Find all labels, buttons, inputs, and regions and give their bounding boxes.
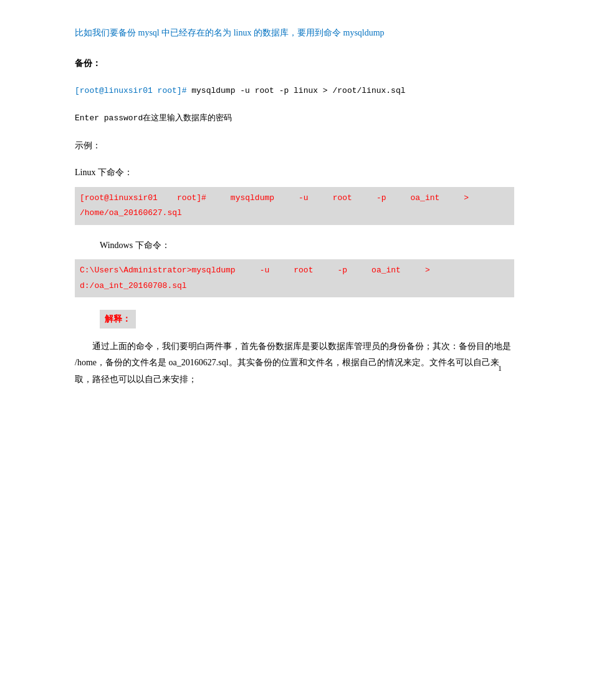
intro-text: 比如我们要备份 mysql 中已经存在的名为 linux 的数据库，要用到命令 … xyxy=(75,25,514,41)
command-block-1: [root@linuxsir01 root]# mysqldump -u roo… xyxy=(75,84,514,98)
windows-label: Windows 下命令： xyxy=(100,237,514,253)
command-text-1: mysqldump -u root -p linux > /root/linux… xyxy=(186,86,405,95)
command-prompt-1: [root@linuxsir01 root]# xyxy=(75,86,186,95)
windows-command-block: C:\Users\Administrator>mysqldump -u root… xyxy=(75,259,514,297)
page-number: 1 xyxy=(498,362,502,376)
example-label: 示例： xyxy=(75,138,514,153)
enter-password-text: Enter password在这里输入数据库的密码 xyxy=(75,111,514,125)
backup-label: 备份： xyxy=(75,55,514,71)
explanation-label: 解释： xyxy=(100,310,136,328)
linux-command-block: [root@linuxsir01 root]# mysqldump -u roo… xyxy=(75,187,514,225)
explanation-text: 通过上面的命令，我们要明白两件事，首先备份数据库是要以数据库管理员的身份备份；其… xyxy=(75,338,514,388)
linux-label: Linux 下命令： xyxy=(75,165,514,180)
